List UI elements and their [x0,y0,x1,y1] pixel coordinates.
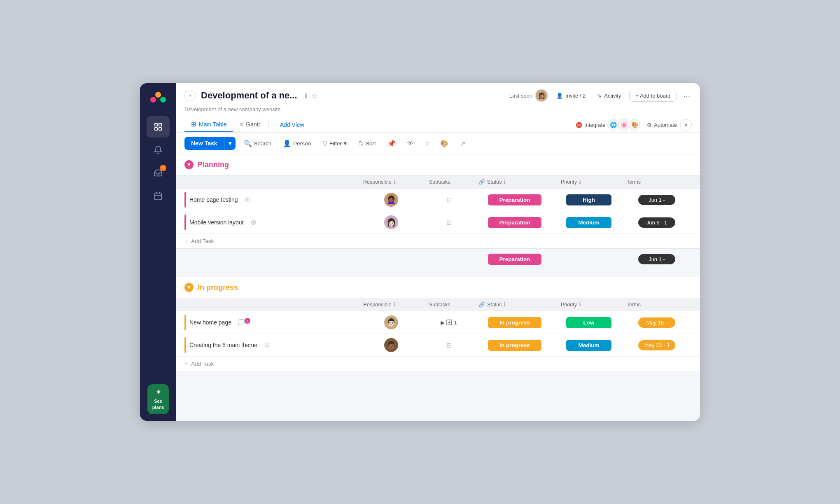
collapse-tabs-button[interactable]: ∧ [680,119,692,131]
sidebar: 1 ✦ See plans [140,83,176,421]
row-accent-bar [184,337,186,353]
comment-indicator[interactable]: 1 [238,319,250,326]
subtasks-cell: ⊟ [424,193,474,207]
planning-collapse-button[interactable]: ▼ [184,160,194,169]
priority-badge[interactable]: Medium [566,340,611,351]
terms-badge[interactable]: May 23 - J [638,340,675,350]
star-icon[interactable]: ☆ [311,92,317,100]
add-task-planning-button[interactable]: + Add Task [176,234,700,248]
search-button[interactable]: 🔍 Search [240,138,275,149]
terms-cell[interactable]: May 16 - [622,314,692,331]
responsible-cell: 👩🏾‍🦱 [358,189,424,210]
priority-info-icon[interactable]: ℹ [579,301,581,308]
subtasks-cell[interactable]: ▶ 1 [424,316,474,329]
terms-badge[interactable]: Jun 6 - 1 [638,217,675,228]
row-accent-bar [184,315,186,330]
sidebar-item-grid[interactable] [147,116,170,138]
responsible-info-icon[interactable]: ℹ [394,301,396,308]
add-task-label: Add Task [191,361,214,367]
table-row: Mobile version layout ⊕ 👩🏻 ⊟ Preparation… [176,211,700,234]
last-seen-area: Last seen 👩🏽 [509,89,548,102]
priority-cell[interactable]: Medium [556,214,622,231]
add-view-button[interactable]: + Add View [270,118,309,131]
task-name: Mobile version layout [189,219,244,226]
person-filter-button[interactable]: 👤 Person [280,138,314,149]
row-height-button[interactable]: ↕ [422,138,432,149]
svg-point-2 [160,97,166,103]
tab-gantt[interactable]: ≡ Gantt [233,118,266,132]
search-icon: 🔍 [244,140,252,147]
add-task-inprogress-button[interactable]: + Add Task [176,357,700,371]
subtask-count-label: 1 [454,320,457,326]
automate-icon: ⚙ [647,122,652,128]
person-label: Person [293,140,311,147]
planning-column-headers: Responsible ℹ Subtasks 🔗 Status ℹ Priori… [176,175,700,189]
status-info-icon[interactable]: ℹ [504,179,506,185]
group-inprogress: ▼ In progress Responsible ℹ Subtasks 🔗 S… [176,277,700,371]
terms-badge[interactable]: Jun 1 - [638,195,675,205]
status-info-icon[interactable]: ℹ [504,301,506,308]
pin-button[interactable]: 📌 [384,138,399,149]
filter-button[interactable]: ▽ Filter ▾ [319,138,350,149]
status-cell[interactable]: Preparation [474,191,556,209]
automate-button[interactable]: ⚙ Automate [647,122,677,128]
new-task-button[interactable]: New Task ▾ [184,137,236,150]
subtask-count[interactable]: ▶ 1 [441,319,457,326]
col-responsible: Responsible ℹ [358,175,424,188]
col-task-name [184,298,358,311]
col-subtasks: Subtasks [424,175,474,188]
add-subtask-button[interactable]: ⊕ [264,341,270,350]
floating-terms-badge: Jun 1 - [638,254,675,264]
responsible-info-icon[interactable]: ℹ [394,179,396,185]
priority-info-icon[interactable]: ℹ [579,179,581,185]
terms-badge[interactable]: May 16 - [638,317,675,328]
status-cell[interactable]: In progress [474,314,556,331]
new-task-arrow[interactable]: ▾ [224,137,236,150]
add-to-board-button[interactable]: + Add to board [629,90,677,102]
status-cell[interactable]: In progress [474,336,556,354]
terms-cell[interactable]: Jun 1 - [622,191,692,208]
priority-badge[interactable]: Low [566,317,611,328]
add-subtask-button[interactable]: ⊕ [245,195,251,204]
hide-icon: 👁 [407,140,414,147]
sort-button[interactable]: ⇅ Sort [355,138,379,149]
priority-cell[interactable]: Low [556,314,622,331]
app-logo[interactable] [148,90,168,110]
hide-button[interactable]: 👁 [404,138,417,149]
status-badge[interactable]: In progress [488,317,541,328]
svg-rect-6 [159,128,161,130]
activity-label: Activity [604,93,621,99]
sidebar-item-notifications[interactable] [147,139,170,161]
tab-main-table[interactable]: ⊞ Main Table [184,117,233,132]
status-link-icon: 🔗 [478,301,485,308]
task-name-cell: New home page 1 [184,311,358,334]
priority-badge[interactable]: Medium [566,217,611,228]
inprogress-collapse-button[interactable]: ▼ [184,283,194,292]
tab-divider [268,121,268,129]
status-badge[interactable]: Preparation [488,217,541,228]
more-options-button[interactable]: ··· [681,91,692,100]
color-button[interactable]: 🎨 [437,138,452,149]
header: › Development of a ne... ℹ ☆ Last seen 👩… [176,83,700,133]
terms-cell[interactable]: May 23 - J [622,337,692,354]
status-badge[interactable]: Preparation [488,194,541,205]
priority-cell[interactable]: Medium [556,336,622,354]
priority-cell[interactable]: High [556,191,622,209]
collapse-sidebar-button[interactable]: › [184,90,196,101]
integrate-button[interactable]: ⛔ Integrate 🌐 🌸 🎨 [572,117,644,132]
priority-badge[interactable]: High [566,194,611,205]
terms-cell[interactable]: Jun 6 - 1 [622,214,692,231]
invite-button[interactable]: 👤 Invite / 2 [553,91,589,100]
main-table-label: Main Table [199,121,226,128]
sidebar-item-calendar[interactable] [147,185,170,207]
status-cell[interactable]: Preparation [474,214,556,231]
sidebar-item-inbox[interactable]: 1 [147,162,170,184]
info-icon[interactable]: ℹ [305,92,307,100]
add-subtask-button[interactable]: ⊕ [250,218,257,227]
export-button[interactable]: ↗ [457,138,469,149]
integrate-label: Integrate [584,122,605,128]
status-badge[interactable]: In progress [488,340,541,351]
see-plans-button[interactable]: ✦ See plans [147,384,169,414]
activity-button[interactable]: ∿ Activity [594,91,624,100]
automate-label: Automate [654,122,677,128]
